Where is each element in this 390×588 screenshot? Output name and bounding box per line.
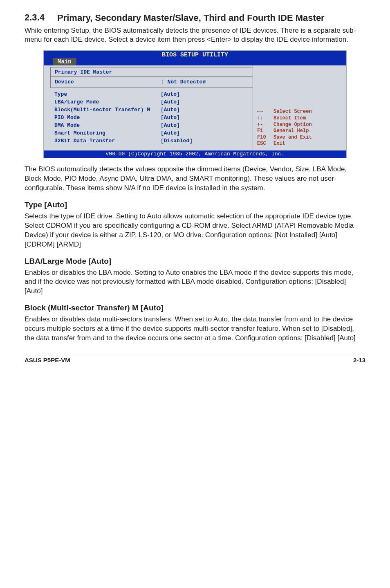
bios-label: 32Bit Data Transfer — [54, 138, 161, 144]
legend-spacer — [257, 68, 343, 109]
legend-key: ←→ — [257, 109, 273, 115]
bios-device-box: Primary IDE Master Device : Not Detected — [50, 67, 253, 88]
section-title: Primary, Secondary Master/Slave, Third a… — [57, 12, 365, 24]
legend-key: ESC — [257, 141, 273, 147]
bios-label: DMA Mode — [54, 122, 161, 128]
legend-key: F1 — [257, 128, 273, 135]
bios-device-value: : Not Detected — [161, 79, 249, 85]
legend-desc: Select Screen — [273, 109, 343, 115]
footer-right: 2-13 — [353, 357, 365, 364]
after-bios-paragraph: The BIOS automatically detects the value… — [25, 165, 365, 193]
bios-label: Block(Multi-sector Transfer) M — [54, 107, 161, 113]
bios-row-32bit: 32Bit Data Transfer [Disabled] — [54, 137, 253, 145]
legend-row: ↑↓ Select Item — [257, 115, 343, 122]
bios-row-block: Block(Multi-sector Transfer) M [Auto] — [54, 106, 253, 114]
bios-label: PIO Mode — [54, 114, 161, 121]
bios-header: BIOS SETUP UTILITY Main — [44, 51, 346, 65]
legend-row: ←→ Select Screen — [257, 109, 343, 115]
legend-desc: General Help — [273, 128, 343, 135]
divider — [51, 76, 253, 77]
section-heading: 2.3.4 Primary, Secondary Master/Slave, T… — [25, 12, 365, 24]
legend-row: +- Change Option — [257, 122, 343, 128]
bios-row-smart: Smart Monitoring [Auto] — [54, 129, 253, 137]
body-lba: Enables or disables the LBA mode. Settin… — [25, 268, 365, 296]
footer-left: ASUS P5PE-VM — [25, 357, 70, 364]
legend-desc: Select Item — [273, 115, 343, 122]
bios-header-text: BIOS SETUP UTILITY — [162, 52, 228, 58]
bios-panel-title: Primary IDE Master — [55, 69, 249, 75]
bios-label: LBA/Large Mode — [54, 99, 161, 105]
body-type: Selects the type of IDE drive. Setting t… — [25, 212, 365, 249]
bios-tab-main: Main — [53, 58, 76, 65]
legend-row: ESC Exit — [257, 141, 343, 147]
bios-settings-list: Type [Auto] LBA/Large Mode [Auto] Block(… — [54, 90, 253, 145]
bios-row-lba: LBA/Large Mode [Auto] — [54, 98, 253, 106]
bios-value: [Auto] — [161, 130, 253, 136]
legend-desc: Save and Exit — [273, 135, 343, 141]
bios-device-row: Device : Not Detected — [55, 78, 249, 86]
section-number: 2.3.4 — [25, 12, 57, 23]
body-block: Enables or disables data multi-sectors t… — [25, 315, 365, 343]
legend-desc: Exit — [273, 141, 343, 147]
legend-desc: Change Option — [273, 122, 343, 128]
bios-value: [Auto] — [161, 114, 253, 121]
heading-block: Block (Multi-sector Transfer) M [Auto] — [25, 303, 365, 312]
section-intro: While entering Setup, the BIOS automatic… — [25, 26, 365, 45]
legend-row: F1 General Help — [257, 128, 343, 135]
bios-footer: v00.00 (C)Copyright 1985-2002, American … — [44, 150, 346, 158]
legend-key: F10 — [257, 135, 273, 141]
bios-value: [Auto] — [161, 107, 253, 113]
legend-key: ↑↓ — [257, 115, 273, 122]
bios-row-pio: PIO Mode [Auto] — [54, 114, 253, 121]
bios-value: [Auto] — [161, 99, 253, 105]
bios-row-dma: DMA Mode [Auto] — [54, 121, 253, 129]
bios-right-panel: ←→ Select Screen ↑↓ Select Item +- Chang… — [253, 65, 346, 150]
bios-label: Smart Monitoring — [54, 130, 161, 136]
bios-row-type: Type [Auto] — [54, 90, 253, 98]
bios-screenshot: BIOS SETUP UTILITY Main Primary IDE Mast… — [43, 50, 347, 158]
legend-row: F10 Save and Exit — [257, 135, 343, 141]
bios-value: [Auto] — [161, 91, 253, 97]
legend-key: +- — [257, 122, 273, 128]
bios-label: Type — [54, 91, 161, 97]
page-footer: ASUS P5PE-VM 2-13 — [25, 354, 365, 364]
bios-body: Primary IDE Master Device : Not Detected… — [44, 65, 346, 150]
bios-left-panel: Primary IDE Master Device : Not Detected… — [44, 65, 253, 150]
bios-value: [Disabled] — [161, 138, 253, 144]
heading-type: Type [Auto] — [25, 200, 365, 209]
heading-lba: LBA/Large Mode [Auto] — [25, 257, 365, 266]
bios-value: [Auto] — [161, 122, 253, 128]
bios-device-label: Device — [55, 79, 161, 85]
